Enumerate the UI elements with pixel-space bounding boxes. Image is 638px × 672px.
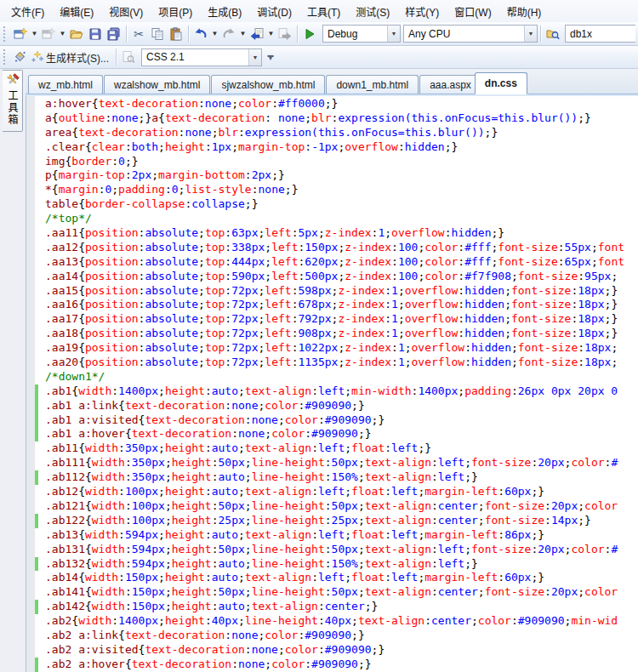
new-item-dropdown[interactable]: ▼ (30, 25, 39, 43)
code-line: .ab1{width:1400px;height:auto;text-align… (35, 384, 638, 399)
paste-button[interactable] (167, 25, 185, 43)
document-tab-label: wzalshow_mb.html (114, 79, 200, 91)
document-tab[interactable]: down1_mb.html (326, 75, 419, 94)
code-line: .aa13{position:absolute;top:444px;left:6… (35, 255, 638, 270)
add-item-button[interactable] (39, 25, 58, 43)
menu-item-label: 窗口(W) (454, 4, 491, 19)
add-item-icon (42, 27, 55, 41)
code-line: .ab111{width:350px;height:50px;line-heig… (35, 456, 638, 470)
generate-style-label: 生成样式(S)... (44, 50, 112, 65)
undo-button[interactable] (191, 25, 210, 43)
standard-toolbar: ▼ ▼ (0, 22, 638, 46)
toolbar-separator (297, 26, 298, 43)
menu-item[interactable]: 样式(Y) (397, 0, 447, 22)
code-line: .aa20{position:absolute;top:72px;left:11… (35, 356, 638, 370)
solution-platform-value: Any CPU (404, 28, 454, 40)
menu-item[interactable]: 调试(D) (249, 0, 299, 22)
menu-item-label: 工具(T) (307, 4, 340, 19)
new-item-button[interactable] (11, 25, 30, 43)
menu-item[interactable]: 生成(B) (200, 0, 249, 22)
document-tab-label: sjwzalshow_mb.html (221, 79, 315, 91)
change-tracking-bar (35, 384, 38, 399)
indicator-margin (26, 96, 35, 672)
menu-item[interactable]: 工具(T) (299, 0, 348, 22)
document-tab-label: wz_mb.html (38, 79, 93, 91)
generate-style-button[interactable]: 生成样式(S)... (30, 48, 113, 66)
add-item-dropdown[interactable]: ▼ (58, 25, 67, 43)
navigate-forward-icon (278, 27, 292, 41)
menu-item[interactable]: 窗口(W) (447, 0, 498, 22)
document-tab[interactable]: sjwzalshow_mb.html (211, 75, 325, 94)
generate-style-icon (31, 50, 44, 64)
start-debugging-button[interactable] (300, 25, 319, 43)
code-line: .aa17{position:absolute;top:72px;left:79… (35, 312, 638, 327)
navigate-forward-button[interactable] (276, 25, 294, 43)
menu-item[interactable]: 帮助(H) (499, 0, 550, 22)
code-line: .ab122{width:100px;height:25px;line-heig… (35, 514, 638, 528)
find-combo[interactable]: db1x (565, 25, 635, 43)
menu-item[interactable]: 项目(P) (151, 0, 200, 22)
code-line: .ab13{width:594px;height:auto;text-align… (35, 528, 638, 543)
document-tab[interactable]: aaa.aspx (419, 75, 481, 94)
chevron-down-icon[interactable]: ▼ (248, 49, 261, 65)
find-in-files-icon (546, 27, 560, 41)
redo-dropdown[interactable]: ▼ (238, 25, 248, 43)
menu-item[interactable]: 编辑(E) (52, 0, 101, 22)
change-tracking-bar (35, 427, 38, 441)
code-line: /*down1*/ (35, 370, 638, 384)
toolbox-icon (6, 73, 20, 87)
document-tab-active[interactable]: dn.css (475, 72, 527, 94)
document-tab[interactable]: wzalshow_mb.html (104, 75, 210, 94)
navigate-backward-dropdown[interactable]: ▼ (266, 25, 276, 43)
toolbar-overflow-button[interactable]: ▬▼ (265, 48, 276, 66)
navigate-backward-button[interactable] (248, 25, 266, 43)
solution-configuration-value: Debug (323, 28, 362, 40)
solution-configuration-combo[interactable]: Debug ▼ (322, 25, 401, 43)
code-editor[interactable]: a:hover{text-decoration:none;color:#ff00… (26, 94, 638, 672)
start-debugging-icon (304, 28, 316, 40)
undo-icon (194, 27, 208, 41)
copy-button[interactable] (148, 25, 167, 43)
save-button[interactable] (86, 25, 105, 43)
chevron-down-icon[interactable]: ▼ (524, 26, 537, 42)
code-line: .ab2 a:link{text-decoration:none;color:#… (35, 629, 638, 643)
undo-dropdown[interactable]: ▼ (210, 25, 219, 43)
solution-platform-combo[interactable]: Any CPU ▼ (403, 25, 538, 43)
menu-item[interactable]: 视图(V) (101, 0, 151, 22)
find-in-files-button[interactable] (544, 25, 562, 43)
code-line: .ab141{width:150px;height:50px;line-heig… (35, 585, 638, 600)
code-line: .aa19{position:absolute;top:72px;left:10… (35, 341, 638, 356)
toolbar-separator (126, 26, 127, 43)
save-icon (88, 27, 102, 41)
open-file-button[interactable] (67, 25, 86, 43)
code-line: .ab11{width:350px;height:auto;text-align… (35, 441, 638, 456)
css-schema-value: CSS 2.1 (142, 51, 189, 63)
change-tracking-bar (35, 557, 38, 572)
toolbar-grip[interactable] (3, 49, 8, 65)
code-line: .aa16{position:absolute;top:72px;left:67… (35, 298, 638, 312)
code-line: *{margin:0;padding:0;list-style:none;} (35, 183, 638, 197)
code-line: .ab2 a:hover{text-decoration:none;color:… (35, 658, 638, 672)
code-line: .ab132{width:594px;height:auto;line-heig… (35, 557, 638, 572)
code-text-area[interactable]: a:hover{text-decoration:none;color:#ff00… (35, 97, 638, 672)
document-tab[interactable]: wz_mb.html (28, 75, 103, 94)
document-tab-label: aaa.aspx (430, 79, 471, 91)
cut-button[interactable]: ✂ (129, 25, 148, 43)
find-combo-value: db1x (566, 28, 596, 40)
build-style-button[interactable] (11, 48, 30, 66)
menu-bar: 文件(F) 编辑(E) 视图(V) 项目(P) 生成(B) 调试(D) 工具(T… (0, 0, 638, 22)
toolbar-grip[interactable] (3, 26, 8, 42)
document-tab-strip: wz_mb.html wzalshow_mb.html sjwzalshow_m… (26, 69, 638, 94)
redo-button[interactable] (219, 25, 238, 43)
menu-item[interactable]: 文件(F) (3, 0, 52, 22)
save-all-button[interactable] (105, 25, 123, 43)
code-line: .aa18{position:absolute;top:72px;left:90… (35, 327, 638, 341)
style-preview-button[interactable] (119, 48, 138, 66)
menu-item[interactable]: 测试(S) (348, 0, 397, 22)
change-tracking-bar (35, 600, 38, 614)
toolbox-tab[interactable]: 工具箱 (3, 70, 23, 132)
chevron-down-icon[interactable]: ▼ (387, 26, 400, 42)
css-schema-combo[interactable]: CSS 2.1 ▼ (141, 48, 262, 66)
document-tab-label: down1_mb.html (336, 79, 408, 91)
code-line: table{border-collapse:collapse;} (35, 197, 638, 212)
